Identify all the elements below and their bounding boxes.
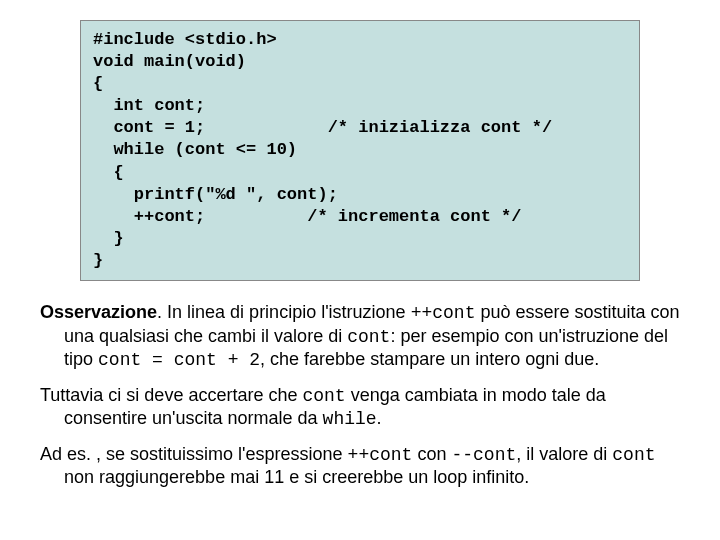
notes-section: Osservazione. In linea di principio l'is…: [40, 301, 680, 489]
code-comment: /* inizializza cont */: [328, 118, 552, 137]
code-line: }: [93, 229, 124, 248]
inline-code: ++cont: [411, 303, 476, 323]
code-line: while (cont <= 10): [93, 140, 297, 159]
slide: #include <stdio.h> void main(void) { int…: [0, 0, 720, 540]
text: .: [377, 408, 382, 428]
inline-code: while: [323, 409, 377, 429]
paragraph-observation: Osservazione. In linea di principio l'is…: [40, 301, 680, 372]
code-line: {: [93, 163, 124, 182]
code-line: {: [93, 74, 103, 93]
code-line: }: [93, 251, 103, 270]
paragraph-warning: Tuttavia ci si deve accertare che cont v…: [40, 384, 680, 431]
text: con: [412, 444, 451, 464]
text: . In linea di principio l'istruzione: [157, 302, 411, 322]
code-line: ++cont;: [93, 207, 205, 226]
code-line: int cont;: [93, 96, 205, 115]
paragraph-example: Ad es. , se sostituissimo l'espressione …: [40, 443, 680, 489]
inline-code: cont: [612, 445, 655, 465]
code-line: #include <stdio.h>: [93, 30, 277, 49]
code-comment: /* incrementa cont */: [307, 207, 521, 226]
code-block: #include <stdio.h> void main(void) { int…: [80, 20, 640, 281]
text: non raggiungerebbe mai 11 e si creerebbe…: [64, 467, 529, 487]
inline-code: cont: [347, 327, 390, 347]
inline-code: ++cont: [348, 445, 413, 465]
inline-code: cont = cont + 2: [98, 350, 260, 370]
lead-word: Osservazione: [40, 302, 157, 322]
text: , il valore di: [516, 444, 612, 464]
code-line: void main(void): [93, 52, 246, 71]
text: Tuttavia ci si deve accertare che: [40, 385, 302, 405]
text: Ad es. , se sostituissimo l'espressione: [40, 444, 348, 464]
text: , che farebbe stampare un intero ogni du…: [260, 349, 599, 369]
inline-code: cont: [302, 386, 345, 406]
code-line: cont = 1;: [93, 118, 205, 137]
inline-code: --cont: [451, 445, 516, 465]
code-line: printf("%d ", cont);: [93, 185, 338, 204]
